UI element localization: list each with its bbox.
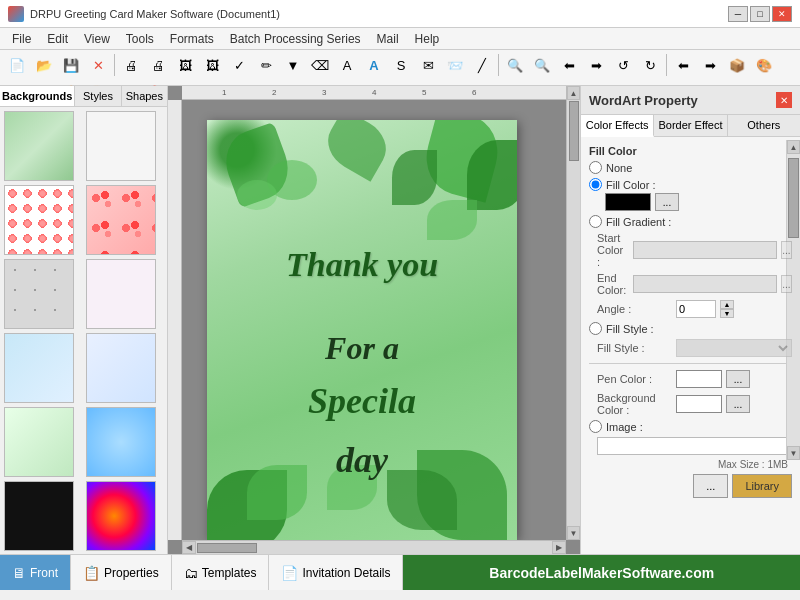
radio-fill-style[interactable] [589,322,602,335]
scroll-up[interactable]: ▲ [787,140,800,154]
tb-dropdown[interactable]: ▼ [280,52,306,78]
left-scrollbar[interactable]: ▲ ▼ [786,140,800,460]
thumb-8[interactable] [86,333,156,403]
angle-up[interactable]: ▲ [720,300,734,309]
main-area: Backgrounds Styles Shapes ▲ ▼ [0,86,800,554]
tb-extra4[interactable]: 🎨 [751,52,777,78]
thumb-5[interactable] [4,259,74,329]
tb-rotate-cw[interactable]: ↻ [637,52,663,78]
radio-image[interactable] [589,420,602,433]
status-tab-properties[interactable]: 📋 Properties [71,555,172,590]
vscroll-up[interactable]: ▲ [567,86,580,100]
menu-file[interactable]: File [4,30,39,48]
dots-action-btn[interactable]: ... [693,474,728,498]
canvas-scroll-horizontal[interactable]: ◀ ▶ [182,540,566,554]
tb-save[interactable]: 💾 [58,52,84,78]
angle-spinner[interactable]: ▲ ▼ [720,300,734,318]
tab-others[interactable]: Others [728,115,800,136]
tab-styles[interactable]: Styles [75,86,121,106]
hscroll-left[interactable]: ◀ [182,541,196,554]
menu-formats[interactable]: Formats [162,30,222,48]
angle-input[interactable] [676,300,716,318]
vscroll-down[interactable]: ▼ [567,526,580,540]
thumb-3[interactable] [4,185,74,255]
menu-tools[interactable]: Tools [118,30,162,48]
menu-help[interactable]: Help [407,30,448,48]
thumb-1[interactable] [4,111,74,181]
tb-open[interactable]: 📂 [31,52,57,78]
vscroll-thumb[interactable] [569,101,579,161]
canvas-area[interactable]: 1 2 3 4 5 6 1 2 3 4 5 6 7 [168,86,580,554]
tab-color-effects[interactable]: Color Effects [581,115,654,137]
thumb-10[interactable] [86,407,156,477]
tb-img2[interactable]: 🖼 [199,52,225,78]
tb-s[interactable]: S [388,52,414,78]
fill-style-select[interactable] [676,339,792,357]
radio-image-row: Image : [589,420,792,433]
thumb-7[interactable] [4,333,74,403]
tab-backgrounds[interactable]: Backgrounds [0,86,75,106]
tb-close[interactable]: ✕ [85,52,111,78]
thumb-2[interactable] [86,111,156,181]
minimize-button[interactable]: ─ [728,6,748,22]
tb-extra2[interactable]: ➡ [697,52,723,78]
start-color-input [633,241,777,259]
radio-fill-color[interactable] [589,178,602,191]
thumb-4[interactable] [86,185,156,255]
left-panel: Backgrounds Styles Shapes ▲ ▼ [0,86,168,554]
tb-pen[interactable]: ✏ [253,52,279,78]
radio-none[interactable] [589,161,602,174]
tb-text[interactable]: A [334,52,360,78]
fill-color-dots-btn[interactable]: ... [655,193,679,211]
hscroll-right[interactable]: ▶ [552,541,566,554]
tb-rotate-ccw[interactable]: ↺ [610,52,636,78]
tb-text2[interactable]: A [361,52,387,78]
menu-view[interactable]: View [76,30,118,48]
tb-zoom-out[interactable]: 🔍 [529,52,555,78]
pen-color-swatch[interactable] [676,370,722,388]
thumb-11[interactable] [4,481,74,551]
tb-barcode[interactable]: ⌫ [307,52,333,78]
tb-line[interactable]: ╱ [469,52,495,78]
radio-fill-color-row: Fill Color : [589,178,792,191]
maximize-button[interactable]: □ [750,6,770,22]
status-tab-templates[interactable]: 🗂 Templates [172,555,270,590]
tab-shapes[interactable]: Shapes [122,86,167,106]
angle-down[interactable]: ▼ [720,309,734,318]
status-tab-front[interactable]: 🖥 Front [0,555,71,590]
canvas-scroll-vertical[interactable]: ▲ ▼ [566,86,580,540]
pen-color-dots[interactable]: ... [726,370,750,388]
tb-print2[interactable]: 🖨 [145,52,171,78]
scroll-thumb[interactable] [788,158,799,238]
tb-forward[interactable]: ➡ [583,52,609,78]
tb-back[interactable]: ⬅ [556,52,582,78]
menu-edit[interactable]: Edit [39,30,76,48]
library-btn[interactable]: Library [732,474,792,498]
tb-zoom-in[interactable]: 🔍 [502,52,528,78]
tb-check[interactable]: ✓ [226,52,252,78]
scroll-down[interactable]: ▼ [787,446,800,460]
image-path-row [589,437,792,455]
thumb-9[interactable] [4,407,74,477]
menu-batch[interactable]: Batch Processing Series [222,30,369,48]
hscroll-thumb[interactable] [197,543,257,553]
tb-mail[interactable]: ✉ [415,52,441,78]
fill-color-swatch[interactable] [605,193,651,211]
tb-new[interactable]: 📄 [4,52,30,78]
thumb-6[interactable] [86,259,156,329]
tb-mail2[interactable]: 📨 [442,52,468,78]
tab-border-effect[interactable]: Border Effect [654,115,727,136]
panel-close-button[interactable]: ✕ [776,92,792,108]
thumb-12[interactable] [86,481,156,551]
tb-extra3[interactable]: 📦 [724,52,750,78]
status-tab-invitation[interactable]: 📄 Invitation Details [269,555,403,590]
property-tabs: Color Effects Border Effect Others [581,115,800,137]
tb-print1[interactable]: 🖨 [118,52,144,78]
close-button[interactable]: ✕ [772,6,792,22]
bg-color-swatch[interactable] [676,395,722,413]
tb-extra1[interactable]: ⬅ [670,52,696,78]
tb-img1[interactable]: 🖼 [172,52,198,78]
radio-fill-gradient[interactable] [589,215,602,228]
bg-color-dots[interactable]: ... [726,395,750,413]
menu-mail[interactable]: Mail [369,30,407,48]
